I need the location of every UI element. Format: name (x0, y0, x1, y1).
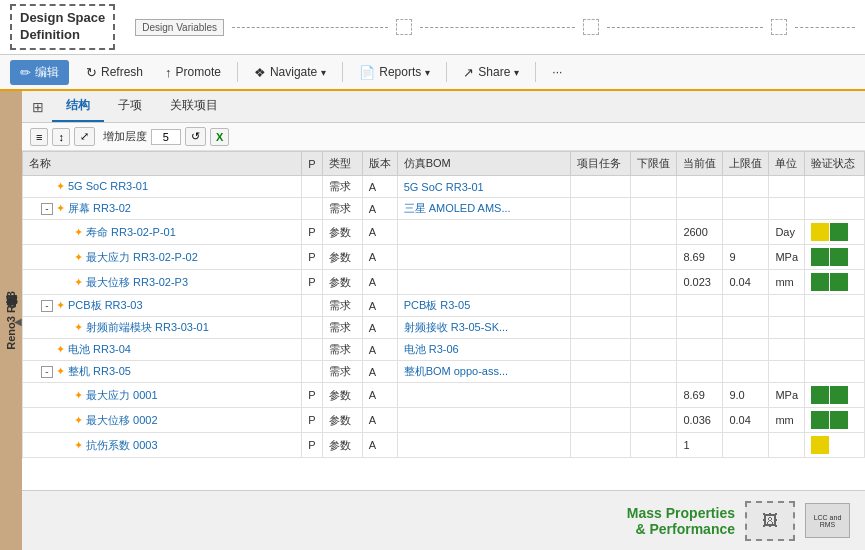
cell-p: P (302, 408, 322, 433)
diagram-connector (232, 27, 388, 28)
bom-link[interactable]: 整机BOM oppo-ass... (404, 365, 509, 377)
item-link[interactable]: 最大应力 0001 (86, 389, 158, 401)
tab-structure[interactable]: 结构 (52, 91, 104, 122)
expand-btn[interactable]: ⤢ (74, 127, 95, 146)
cell-name: ✦最大应力 RR3-02-P-02 (23, 245, 302, 270)
item-link[interactable]: 射频前端模块 RR3-03-01 (86, 321, 209, 333)
cell-p: P (302, 433, 322, 458)
list-view-btn[interactable]: ≡ (30, 128, 48, 146)
table-row: ✦最大应力 RR3-02-P-02P参数A8.699MPa (23, 245, 865, 270)
cell-bom[interactable]: PCB板 R3-05 (397, 295, 571, 317)
tab-associated[interactable]: 关联项目 (156, 91, 232, 122)
cell-current: 2600 (677, 220, 723, 245)
table-row: ✦射频前端模块 RR3-03-01需求A射频接收 R3-05-SK... (23, 317, 865, 339)
collapse-icon[interactable]: - (41, 366, 53, 378)
cell-bom[interactable]: 整机BOM oppo-ass... (397, 361, 571, 383)
sort-btn[interactable]: ↕ (52, 128, 70, 146)
col-type: 类型 (322, 152, 362, 176)
cell-lower (631, 361, 677, 383)
cell-version: A (362, 245, 397, 270)
thumbnail-box[interactable]: 🖼 (745, 501, 795, 541)
cell-name: ✦抗伤系数 0003 (23, 433, 302, 458)
edit-button[interactable]: ✏ 编辑 (10, 60, 69, 85)
status-block-green (830, 411, 848, 429)
status-block-green (811, 386, 829, 404)
bom-link[interactable]: 射频接收 R3-05-SK... (404, 321, 509, 333)
promote-button[interactable]: ↑ Promote (155, 61, 231, 84)
item-link[interactable]: 电池 RR3-04 (68, 343, 131, 355)
cell-status (805, 245, 865, 270)
cell-p: P (302, 383, 322, 408)
cell-name: -✦PCB板 RR3-03 (23, 295, 302, 317)
cell-name: ✦射频前端模块 RR3-03-01 (23, 317, 302, 339)
reports-button[interactable]: 📄 Reports (349, 61, 440, 84)
cell-upper (723, 295, 769, 317)
bom-link[interactable]: 5G SoC RR3-01 (404, 181, 484, 193)
cell-bom[interactable]: 5G SoC RR3-01 (397, 176, 571, 198)
reset-btn[interactable]: ↺ (185, 127, 206, 146)
cell-type: 需求 (322, 361, 362, 383)
cell-type: 需求 (322, 176, 362, 198)
refresh-icon: ↻ (86, 65, 97, 80)
lcc-box[interactable]: LCC and RMS (805, 503, 850, 538)
sidebar-collapse-arrow[interactable]: ◀ (14, 315, 22, 326)
cell-bom[interactable]: 射频接收 R3-05-SK... (397, 317, 571, 339)
depth-input[interactable] (151, 129, 181, 145)
refresh-button[interactable]: ↻ Refresh (76, 61, 153, 84)
cell-current (677, 198, 723, 220)
cell-unit: mm (769, 408, 805, 433)
navigate-button[interactable]: ❖ Navigate (244, 61, 336, 84)
cell-version: A (362, 295, 397, 317)
cell-lower (631, 317, 677, 339)
cell-lower (631, 339, 677, 361)
cell-bom (397, 408, 571, 433)
collapse-icon[interactable]: - (41, 203, 53, 215)
cell-lower (631, 433, 677, 458)
cell-bom[interactable]: 三星 AMOLED AMS... (397, 198, 571, 220)
diagram-connector3 (607, 27, 763, 28)
cell-upper: 0.04 (723, 270, 769, 295)
cell-current: 0.023 (677, 270, 723, 295)
design-variables-node[interactable]: Design Variables (135, 19, 224, 36)
tab-children[interactable]: 子项 (104, 91, 156, 122)
item-link[interactable]: 最大应力 RR3-02-P-02 (86, 251, 198, 263)
separator4 (535, 62, 536, 82)
item-icon: ✦ (56, 343, 65, 356)
item-link[interactable]: 最大位移 RR3-02-P3 (86, 276, 188, 288)
cell-lower (631, 295, 677, 317)
bom-link[interactable]: 三星 AMOLED AMS... (404, 202, 511, 214)
export-btn[interactable]: X (210, 128, 229, 146)
cell-lower (631, 220, 677, 245)
share-button[interactable]: ↗ Share (453, 61, 529, 84)
cell-type: 需求 (322, 317, 362, 339)
cell-type: 参数 (322, 245, 362, 270)
cell-p (302, 176, 322, 198)
cell-unit: Day (769, 220, 805, 245)
cell-task (571, 220, 631, 245)
cell-current (677, 176, 723, 198)
cell-task (571, 198, 631, 220)
bom-link[interactable]: 电池 R3-06 (404, 343, 459, 355)
cell-type: 参数 (322, 220, 362, 245)
cell-upper (723, 317, 769, 339)
separator3 (446, 62, 447, 82)
item-link[interactable]: 最大位移 0002 (86, 414, 158, 426)
connector-node (396, 19, 412, 35)
navigate-icon: ❖ (254, 65, 266, 80)
table-row: -✦整机 RR3-05需求A整机BOM oppo-ass... (23, 361, 865, 383)
item-link[interactable]: 屏幕 RR3-02 (68, 202, 131, 214)
cell-version: A (362, 433, 397, 458)
item-link[interactable]: 整机 RR3-05 (68, 365, 131, 377)
collapse-icon[interactable]: - (41, 300, 53, 312)
item-link[interactable]: 寿命 RR3-02-P-01 (86, 226, 176, 238)
item-link[interactable]: 抗伤系数 0003 (86, 439, 158, 451)
item-link[interactable]: PCB板 RR3-03 (68, 299, 143, 311)
cell-status (805, 339, 865, 361)
cell-upper (723, 176, 769, 198)
more-button[interactable]: ··· (542, 61, 572, 83)
table-row: ✦最大位移 RR3-02-P3P参数A0.0230.04mm (23, 270, 865, 295)
cell-bom[interactable]: 电池 R3-06 (397, 339, 571, 361)
cell-p: P (302, 270, 322, 295)
bom-link[interactable]: PCB板 R3-05 (404, 299, 471, 311)
item-link[interactable]: 5G SoC RR3-01 (68, 180, 148, 192)
